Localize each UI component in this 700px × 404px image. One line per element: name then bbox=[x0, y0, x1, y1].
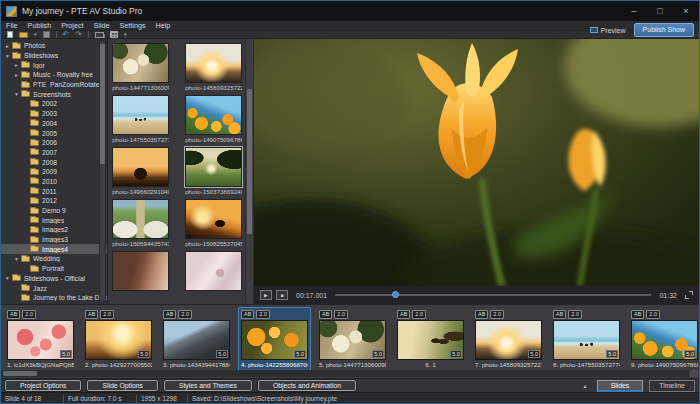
file-thumbnail[interactable] bbox=[112, 251, 169, 300]
duration-badge: 5.0 bbox=[60, 350, 72, 358]
tree-item[interactable]: 2009 bbox=[1, 167, 107, 177]
tree-item[interactable]: Jazz bbox=[1, 283, 107, 293]
files-scrollbar-thumb[interactable] bbox=[247, 89, 252, 234]
file-thumbnail[interactable]: photo-1508255370454-... bbox=[185, 199, 242, 248]
tree-item[interactable]: Images2 bbox=[1, 225, 107, 235]
file-thumbnail-selected[interactable]: photo-1503738692489-... bbox=[185, 147, 242, 196]
tree-item[interactable]: Journey to the Lake District bbox=[1, 293, 107, 303]
chevron-down-icon[interactable]: ▾ bbox=[13, 91, 20, 97]
minimize-button[interactable]: – bbox=[621, 1, 647, 21]
collapse-panel-icon[interactable]: ▴ bbox=[579, 382, 591, 389]
tree-item[interactable]: ▸Igor bbox=[1, 60, 107, 70]
seek-thumb[interactable] bbox=[392, 291, 399, 298]
chevron-right-icon[interactable]: ▸ bbox=[4, 43, 11, 49]
layout-grid-icon[interactable] bbox=[110, 31, 118, 38]
filmstrip-slide[interactable]: AB2.0 5.0 6. 1 bbox=[395, 308, 466, 371]
filmstrip-slide[interactable]: AB2.0 5.0 9. photo-1490750967868-8... bbox=[629, 308, 699, 371]
menu-slide[interactable]: Slide bbox=[94, 21, 110, 30]
open-dropdown-icon[interactable]: ▾ bbox=[34, 31, 37, 38]
file-thumbnail[interactable] bbox=[185, 251, 242, 300]
tree-item[interactable]: Images bbox=[1, 215, 107, 225]
files-scrollbar[interactable] bbox=[245, 39, 254, 304]
tree-item[interactable]: Demo 9 bbox=[1, 206, 107, 216]
filmstrip-slide[interactable]: AB2.0 5.0 1. ic1dX3kBQjGNaPQbBXel_1... bbox=[5, 308, 76, 371]
file-thumbnail[interactable]: photo-1496602910407-... bbox=[112, 147, 169, 196]
filmstrip-scrollbar[interactable] bbox=[1, 370, 689, 377]
play-button[interactable]: ▶ bbox=[260, 290, 272, 300]
preview-toggle[interactable]: Preview bbox=[590, 27, 626, 34]
folder-icon bbox=[30, 246, 39, 252]
grid-dropdown-icon[interactable]: ▾ bbox=[124, 31, 127, 38]
new-project-icon[interactable] bbox=[7, 31, 13, 38]
menu-help[interactable]: Help bbox=[156, 21, 171, 30]
filmstrip-slide[interactable]: AB2.0 5.0 8. photo-1475503572774-15a... bbox=[551, 308, 622, 371]
project-options-button[interactable]: Project Options bbox=[5, 380, 81, 391]
tree-item[interactable]: 2008 bbox=[1, 157, 107, 167]
tree-item[interactable]: ▾Slideshows bbox=[1, 51, 107, 61]
tree-item[interactable]: Images3 bbox=[1, 235, 107, 245]
tree-item[interactable]: 2006 bbox=[1, 138, 107, 148]
maximize-button[interactable]: □ bbox=[647, 1, 673, 21]
duration-badge: 5.0 bbox=[216, 350, 228, 358]
chevron-down-icon[interactable]: ▾ bbox=[4, 53, 11, 59]
tree-item[interactable]: 2002 bbox=[1, 99, 107, 109]
playback-bar: ▶ ■ 00:17.001 01:32 bbox=[254, 286, 699, 304]
styles-themes-button[interactable]: Styles and Themes bbox=[164, 380, 252, 391]
tree-item[interactable]: Portrait bbox=[1, 264, 107, 274]
menu-settings[interactable]: Settings bbox=[120, 21, 146, 30]
filmstrip-slide[interactable]: AB2.0 5.0 5. photo-1447713060098-74c... bbox=[317, 308, 388, 371]
file-name: photo-1508255370454-... bbox=[185, 240, 242, 248]
tree-item[interactable]: ▾Slideshows - Official bbox=[1, 274, 107, 284]
open-folder-icon[interactable] bbox=[19, 32, 28, 38]
fullscreen-icon[interactable] bbox=[685, 291, 693, 299]
tree-item[interactable]: 2003 bbox=[1, 109, 107, 119]
undo-icon[interactable]: ↶ bbox=[63, 31, 70, 38]
objects-animation-button[interactable]: Objects and Animation bbox=[258, 380, 356, 391]
filmstrip-slide[interactable]: AB2.0 5.0 2. photo-1429277005502-eed... bbox=[83, 308, 154, 371]
transition-time-badge: 2.0 bbox=[646, 310, 660, 319]
tree-item[interactable]: 2010 bbox=[1, 177, 107, 187]
tree-item[interactable]: ▾Screenshots bbox=[1, 89, 107, 99]
chevron-right-icon[interactable]: ▸ bbox=[13, 62, 20, 68]
tree-item[interactable]: ▸Music - Royalty free bbox=[1, 70, 107, 80]
tree-item[interactable]: 2011 bbox=[1, 186, 107, 196]
filmstrip-slide[interactable]: AB2.0 5.0 3. photo-1434394417884-0b0... bbox=[161, 308, 232, 371]
tree-item[interactable]: ▾Wedding bbox=[1, 254, 107, 264]
file-thumbnail[interactable]: photo-1475503572774-... bbox=[112, 95, 169, 144]
filmstrip-slide-selected[interactable]: AB2.0 5.0 4. photo-1422558068704-1f8... bbox=[239, 308, 310, 371]
menu-publish[interactable]: Publish bbox=[28, 21, 52, 30]
filmstrip-slide[interactable]: AB2.0 5.0 7. photo-1458093257227-0f3... bbox=[473, 308, 544, 371]
chevron-right-icon[interactable]: ▸ bbox=[13, 72, 20, 78]
tree-item[interactable]: 2012 bbox=[1, 196, 107, 206]
file-name: photo-1475503572774-... bbox=[112, 136, 169, 144]
menu-project[interactable]: Project bbox=[61, 21, 83, 30]
close-button[interactable]: × bbox=[673, 1, 699, 21]
tree-item[interactable]: 2004 bbox=[1, 119, 107, 129]
tab-slides[interactable]: Slides bbox=[597, 380, 643, 392]
tree-item[interactable]: PTE_PanZoomRotate bbox=[1, 80, 107, 90]
tree-item-selected[interactable]: Images4 bbox=[1, 244, 107, 254]
tree-item[interactable]: 2005 bbox=[1, 128, 107, 138]
tree-item[interactable]: 2007 bbox=[1, 148, 107, 158]
redo-icon[interactable]: ↷ bbox=[75, 31, 82, 38]
menu-file[interactable]: File bbox=[6, 21, 18, 30]
file-thumbnail[interactable]: photo-1447713060098-... bbox=[112, 43, 169, 92]
seek-slider[interactable] bbox=[335, 290, 651, 300]
tab-timeline[interactable]: Timeline bbox=[649, 380, 695, 392]
status-saved-path: Saved: D:\Slideshows\Screenshots\My jour… bbox=[192, 395, 337, 402]
file-thumbnail[interactable]: photo-1505944357431-... bbox=[112, 199, 169, 248]
save-icon[interactable] bbox=[43, 31, 50, 38]
tree-scrollbar-thumb[interactable] bbox=[100, 44, 105, 164]
slide-options-button[interactable]: Slide Options bbox=[87, 380, 157, 391]
dual-monitor-icon[interactable] bbox=[95, 32, 104, 38]
filmstrip-scrollbar-thumb[interactable] bbox=[3, 371, 37, 376]
tree-scrollbar[interactable] bbox=[99, 41, 106, 302]
file-thumbnail[interactable]: photo-1458093257227-... bbox=[185, 43, 242, 92]
publish-show-button[interactable]: Publish Show bbox=[634, 23, 694, 37]
stop-button[interactable]: ■ bbox=[276, 290, 288, 300]
chevron-down-icon[interactable]: ▾ bbox=[13, 256, 20, 262]
file-thumbnail[interactable]: photo-1490750967868-... bbox=[185, 95, 242, 144]
scroll-right-button[interactable] bbox=[690, 370, 698, 377]
chevron-down-icon[interactable]: ▾ bbox=[4, 275, 11, 281]
tree-item[interactable]: ▸Photos bbox=[1, 41, 107, 51]
